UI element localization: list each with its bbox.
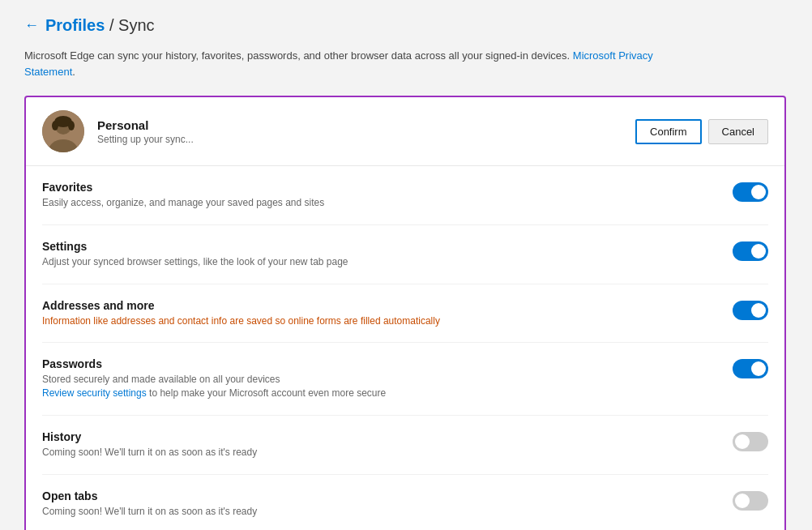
avatar xyxy=(42,110,84,152)
toggle-open-tabs[interactable] xyxy=(733,491,768,511)
page-description: Microsoft Edge can sync your history, fa… xyxy=(24,48,673,79)
sync-panel: Personal Setting up your sync... Confirm… xyxy=(24,96,786,530)
sync-item-title-settings: Settings xyxy=(42,240,716,253)
profile-info: Personal Setting up your sync... xyxy=(97,118,622,145)
sync-item-content-open-tabs: Open tabs Coming soon! We'll turn it on … xyxy=(42,489,733,519)
svg-point-5 xyxy=(68,121,75,130)
sync-item-title-history: History xyxy=(42,430,716,443)
sync-item-favorites: Favorites Easily access, organize, and m… xyxy=(42,166,768,225)
back-icon: ← xyxy=(24,17,39,34)
sync-item-content-history: History Coming soon! We'll turn it on as… xyxy=(42,430,733,459)
toggle-history[interactable] xyxy=(733,432,768,451)
sync-item-content-addresses: Addresses and more Information like addr… xyxy=(42,299,733,328)
svg-point-4 xyxy=(52,121,58,130)
sync-item-passwords: Passwords Stored securely and made avail… xyxy=(42,343,768,416)
toggle-passwords[interactable] xyxy=(733,359,768,378)
breadcrumb-profiles: Profiles xyxy=(45,16,105,34)
back-button[interactable]: ← xyxy=(24,17,39,34)
sync-item-desc-history: Coming soon! We'll turn it on as soon as… xyxy=(42,446,716,459)
profile-header: Personal Setting up your sync... Confirm… xyxy=(26,97,784,166)
breadcrumb: ← Profiles / Sync xyxy=(24,16,788,35)
header-buttons: Confirm Cancel xyxy=(635,119,768,144)
sync-item-open-tabs: Open tabs Coming soon! We'll turn it on … xyxy=(42,475,768,530)
sync-item-title-addresses: Addresses and more xyxy=(42,299,716,312)
sync-item-desc-settings: Adjust your synced browser settings, lik… xyxy=(42,255,716,269)
confirm-button[interactable]: Confirm xyxy=(635,119,702,144)
sync-item-desc-open-tabs: Coming soon! We'll turn it on as soon as… xyxy=(42,505,716,519)
sync-item-content-settings: Settings Adjust your synced browser sett… xyxy=(42,240,733,269)
breadcrumb-separator: / xyxy=(109,16,118,34)
sync-item-history: History Coming soon! We'll turn it on as… xyxy=(42,416,768,475)
sync-item-addresses: Addresses and more Information like addr… xyxy=(42,284,768,344)
sync-item-content-passwords: Passwords Stored securely and made avail… xyxy=(42,357,733,400)
sync-item-content-favorites: Favorites Easily access, organize, and m… xyxy=(42,181,733,210)
toggle-settings[interactable] xyxy=(733,241,768,261)
sync-item-desc-passwords: Stored securely and made available on al… xyxy=(42,373,716,400)
breadcrumb-current: Sync xyxy=(118,16,154,34)
sync-items-list: Favorites Easily access, organize, and m… xyxy=(26,166,784,530)
sync-item-title-open-tabs: Open tabs xyxy=(42,489,716,502)
profile-name: Personal xyxy=(97,118,622,132)
toggle-favorites[interactable] xyxy=(733,182,768,202)
sync-item-settings: Settings Adjust your synced browser sett… xyxy=(42,225,768,284)
review-security-link[interactable]: Review security settings xyxy=(42,387,147,399)
sync-item-desc-addresses: Information like addresses and contact i… xyxy=(42,314,716,328)
sync-item-desc-favorites: Easily access, organize, and manage your… xyxy=(42,196,716,210)
sync-item-title-passwords: Passwords xyxy=(42,357,716,370)
sync-item-title-favorites: Favorites xyxy=(42,181,716,194)
profile-status: Setting up your sync... xyxy=(97,134,622,145)
cancel-button[interactable]: Cancel xyxy=(708,119,768,144)
toggle-addresses[interactable] xyxy=(733,301,768,320)
